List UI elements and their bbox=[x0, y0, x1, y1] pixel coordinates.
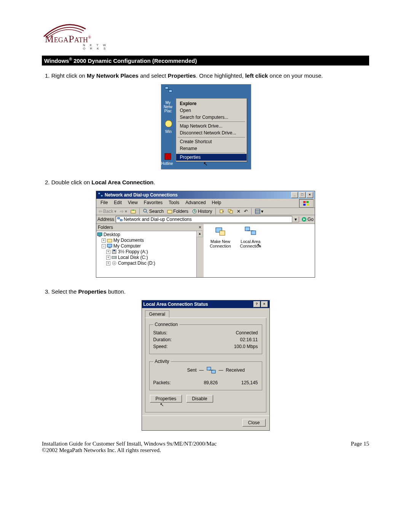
svg-rect-32 bbox=[112, 256, 116, 259]
copyto-button[interactable] bbox=[227, 208, 234, 214]
delete-button[interactable]: ✕ bbox=[236, 208, 242, 214]
window-titlebar[interactable]: Network and Dial-up Connections _ □ × bbox=[96, 191, 315, 199]
svg-point-35 bbox=[114, 263, 115, 264]
svg-rect-38 bbox=[245, 227, 250, 231]
dialog-title: Local Area Connection Status bbox=[143, 302, 208, 307]
menu-item-properties[interactable]: Properties bbox=[176, 154, 247, 161]
tree-scrollbar[interactable]: ▲ bbox=[196, 231, 203, 277]
address-dropdown[interactable]: ▾ bbox=[292, 216, 299, 222]
cursor-icon: ↖ bbox=[160, 402, 262, 407]
svg-point-3 bbox=[165, 120, 172, 127]
connections-pane: Make New Connection Local Area Connectio… bbox=[204, 224, 315, 277]
menu-advanced[interactable]: Advanced bbox=[182, 199, 209, 208]
svg-rect-10 bbox=[306, 204, 309, 206]
collapse-icon[interactable]: − bbox=[102, 244, 106, 248]
activity-group: Activity Sent — — Received bbox=[149, 359, 262, 390]
properties-button[interactable]: Properties bbox=[150, 395, 182, 403]
svg-rect-7 bbox=[303, 201, 306, 203]
svg-rect-9 bbox=[303, 204, 306, 206]
history-icon bbox=[192, 209, 197, 214]
up-button[interactable] bbox=[129, 208, 137, 214]
menu-item-search-computers[interactable]: Search for Computers... bbox=[176, 114, 247, 121]
svg-rect-23 bbox=[120, 219, 122, 221]
speed-value: 100.0 Mbps bbox=[234, 344, 258, 349]
menu-item-explore[interactable]: Explore bbox=[176, 100, 247, 107]
step-1-text: 1. Right click on My Network Places and … bbox=[45, 72, 369, 79]
svg-rect-41 bbox=[207, 367, 211, 370]
svg-rect-31 bbox=[113, 250, 115, 251]
history-button[interactable]: History bbox=[191, 208, 213, 214]
svg-rect-37 bbox=[220, 231, 225, 235]
views-button[interactable]: ▾ bbox=[254, 208, 264, 214]
close-dialog-button[interactable]: Close bbox=[242, 419, 266, 427]
close-button[interactable]: × bbox=[261, 301, 268, 307]
svg-rect-6 bbox=[101, 195, 103, 197]
moveto-button[interactable] bbox=[218, 208, 226, 214]
menu-edit[interactable]: Edit bbox=[111, 199, 125, 208]
undo-button[interactable]: ↶ bbox=[243, 208, 249, 214]
menu-item-disconnect-drive[interactable]: Disconnect Network Drive... bbox=[176, 129, 247, 136]
svg-rect-18 bbox=[230, 211, 233, 213]
menu-tools[interactable]: Tools bbox=[166, 199, 182, 208]
svg-rect-19 bbox=[255, 209, 260, 214]
svg-rect-42 bbox=[212, 370, 215, 373]
section-header: Windows® 2000 Dynamic Configuration (Rec… bbox=[42, 56, 369, 66]
expand-icon[interactable]: + bbox=[106, 261, 110, 265]
maximize-button[interactable]: □ bbox=[299, 192, 306, 198]
back-button[interactable]: ⇦ Back ▾ bbox=[97, 208, 118, 214]
lac-status-dialog: Local Area Connection Status ? × General… bbox=[142, 300, 270, 431]
menu-favorites[interactable]: Favorites bbox=[141, 199, 166, 208]
forward-button[interactable]: ⇨ ▾ bbox=[119, 208, 128, 214]
status-label: Status: bbox=[153, 330, 236, 335]
expand-icon[interactable]: + bbox=[106, 250, 110, 254]
packets-sent-value: 89,826 bbox=[195, 380, 227, 385]
expand-icon[interactable]: + bbox=[106, 256, 110, 260]
svg-rect-8 bbox=[306, 201, 309, 203]
close-button[interactable]: × bbox=[306, 192, 313, 198]
connection-group: Connection Status:Connected Duration:02:… bbox=[149, 322, 262, 354]
minimize-button[interactable]: _ bbox=[291, 192, 298, 198]
disable-button[interactable]: Disable bbox=[186, 395, 213, 403]
menu-file[interactable]: File bbox=[97, 199, 111, 208]
menu-item-create-shortcut[interactable]: Create Shortcut bbox=[176, 138, 247, 145]
status-value: Connected bbox=[236, 330, 258, 335]
expand-icon[interactable]: + bbox=[102, 238, 106, 243]
moveto-icon bbox=[219, 209, 225, 214]
svg-rect-25 bbox=[97, 233, 102, 236]
menu-item-open[interactable]: Open bbox=[176, 107, 247, 114]
address-field[interactable]: Network and Dial-up Connections bbox=[116, 216, 292, 223]
duration-value: 02:16:11 bbox=[240, 337, 258, 342]
network-activity-icon bbox=[206, 366, 216, 375]
cursor-icon: ↖ bbox=[203, 161, 208, 167]
folder-tree[interactable]: Desktop +My Documents −My Computer +3½ F… bbox=[96, 231, 196, 277]
address-label: Address bbox=[97, 217, 114, 222]
search-button[interactable]: Search bbox=[142, 208, 165, 214]
network-places-icon bbox=[164, 86, 173, 94]
svg-point-12 bbox=[143, 209, 147, 212]
folders-pane-close[interactable]: × bbox=[199, 225, 201, 230]
menu-bar: File Edit View Favorites Tools Advanced … bbox=[96, 199, 315, 208]
search-icon bbox=[143, 209, 148, 214]
svg-rect-27 bbox=[107, 239, 112, 242]
svg-rect-1 bbox=[169, 90, 172, 92]
make-new-connection-icon bbox=[214, 226, 226, 237]
general-tab[interactable]: General bbox=[145, 310, 170, 318]
folders-button[interactable]: Folders bbox=[166, 208, 190, 214]
menu-item-rename[interactable]: Rename bbox=[176, 145, 247, 152]
scroll-up-icon[interactable]: ▲ bbox=[197, 231, 203, 237]
cursor-icon: ↖ bbox=[257, 242, 261, 248]
svg-rect-29 bbox=[108, 248, 111, 248]
go-button[interactable]: Go bbox=[301, 217, 314, 222]
page-number: Page 15 bbox=[351, 441, 369, 447]
disk-icon bbox=[112, 255, 117, 260]
packets-label: Packets: bbox=[153, 380, 195, 385]
hotline-icon bbox=[164, 152, 172, 161]
menu-help[interactable]: Help bbox=[209, 199, 225, 208]
make-new-connection-item[interactable]: Make New Connection bbox=[207, 226, 233, 248]
menu-view[interactable]: View bbox=[125, 199, 141, 208]
help-button[interactable]: ? bbox=[253, 301, 260, 307]
windows-update-icon bbox=[164, 120, 173, 128]
speed-label: Speed: bbox=[153, 344, 234, 349]
menu-item-map-drive[interactable]: Map Network Drive... bbox=[176, 123, 247, 129]
svg-rect-28 bbox=[107, 244, 112, 247]
